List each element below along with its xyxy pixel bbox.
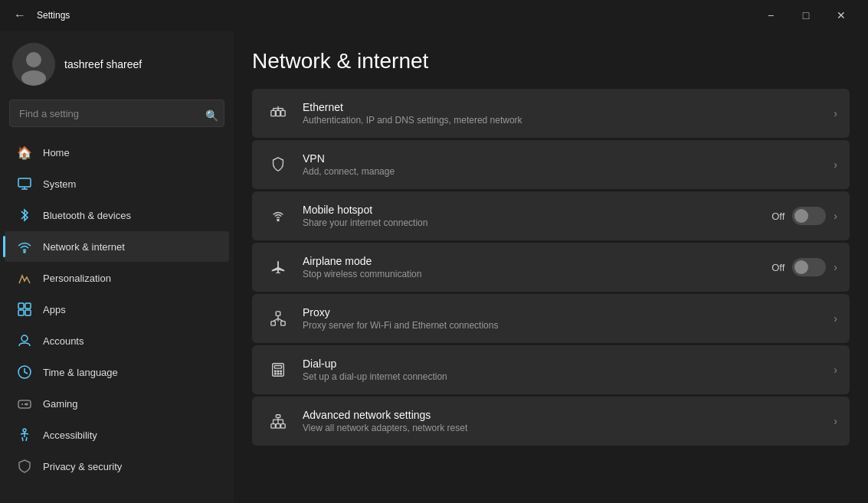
setting-ethernet[interactable]: Ethernet Authentication, IP and DNS sett…	[252, 89, 850, 138]
svg-point-16	[26, 403, 28, 405]
svg-rect-45	[281, 424, 286, 429]
vpn-name: VPN	[303, 152, 821, 165]
svg-rect-3	[18, 178, 31, 187]
svg-rect-43	[271, 424, 276, 429]
content-area: Network & internet	[234, 31, 868, 503]
search-icon: 🔍	[205, 109, 218, 122]
search-input[interactable]	[9, 100, 224, 127]
sidebar-item-system[interactable]: System	[5, 168, 229, 199]
vpn-text: VPN Add, connect, manage	[303, 152, 821, 177]
setting-dialup[interactable]: Dial-up Set up a dial-up internet connec…	[252, 345, 850, 394]
svg-point-6	[24, 251, 25, 253]
svg-rect-10	[25, 310, 31, 315]
ethernet-desc: Authentication, IP and DNS settings, met…	[303, 115, 821, 126]
advanced-text: Advanced network settings View all netwo…	[303, 409, 821, 433]
svg-rect-31	[276, 312, 280, 316]
advanced-desc: View all network adapters, network reset	[303, 423, 821, 433]
ethernet-icon	[264, 100, 292, 127]
advanced-icon	[264, 407, 292, 435]
airplane-right: Off ›	[771, 258, 837, 276]
setting-hotspot[interactable]: Mobile hotspot Share your internet conne…	[252, 191, 850, 240]
sidebar-item-privacy[interactable]: Privacy & security	[5, 451, 229, 482]
chevron-icon: ›	[834, 364, 837, 376]
proxy-text: Proxy Proxy server for Wi-Fi and Etherne…	[303, 306, 821, 331]
svg-rect-36	[274, 366, 281, 369]
dialup-icon	[264, 356, 292, 384]
page-title: Network & internet	[252, 49, 850, 73]
airplane-toggle-label: Off	[771, 262, 784, 273]
setting-vpn[interactable]: VPN Add, connect, manage ›	[252, 140, 850, 189]
close-button[interactable]: ✕	[824, 3, 859, 28]
airplane-desc: Stop wireless communication	[303, 269, 759, 279]
vpn-icon	[264, 151, 292, 178]
sidebar: tashreef shareef 🔍 🏠 Home S	[0, 31, 234, 503]
svg-rect-7	[18, 303, 24, 309]
svg-line-33	[274, 318, 278, 322]
chevron-icon: ›	[834, 261, 837, 273]
chevron-icon: ›	[834, 210, 837, 222]
sidebar-item-accessibility[interactable]: Accessibility	[5, 420, 229, 450]
sidebar-item-apps[interactable]: Apps	[5, 294, 229, 325]
settings-list: Ethernet Authentication, IP and DNS sett…	[252, 89, 850, 446]
minimize-button[interactable]: −	[753, 3, 788, 28]
airplane-name: Airplane mode	[303, 255, 759, 267]
proxy-desc: Proxy server for Wi-Fi and Ethernet conn…	[303, 320, 821, 331]
privacy-icon	[17, 459, 32, 474]
chevron-icon: ›	[834, 415, 837, 427]
time-icon	[17, 364, 32, 380]
sidebar-item-label: Personalization	[43, 273, 111, 284]
proxy-icon	[264, 305, 292, 332]
sidebar-item-home[interactable]: 🏠 Home	[5, 137, 229, 168]
vpn-desc: Add, connect, manage	[303, 166, 821, 177]
sidebar-item-time[interactable]: Time & language	[5, 357, 229, 387]
svg-point-18	[23, 429, 26, 432]
sidebar-item-network[interactable]: Network & internet	[5, 231, 229, 262]
sidebar-item-label: System	[43, 178, 76, 190]
sidebar-item-gaming[interactable]: Gaming	[5, 388, 229, 419]
svg-point-39	[280, 371, 282, 372]
dialup-text: Dial-up Set up a dial-up internet connec…	[303, 358, 821, 382]
ethernet-name: Ethernet	[303, 101, 821, 113]
hotspot-icon	[264, 202, 292, 230]
svg-rect-51	[276, 415, 280, 418]
setting-proxy[interactable]: Proxy Proxy server for Wi-Fi and Etherne…	[252, 294, 850, 343]
app-container: tashreef shareef 🔍 🏠 Home S	[0, 31, 868, 503]
setting-airplane[interactable]: Airplane mode Stop wireless communicatio…	[252, 243, 850, 292]
svg-point-28	[277, 219, 279, 220]
user-profile[interactable]: tashreef shareef	[0, 31, 234, 95]
avatar	[12, 43, 55, 86]
svg-point-40	[274, 373, 276, 374]
sidebar-item-label: Network & internet	[43, 241, 125, 253]
dialup-name: Dial-up	[303, 358, 821, 370]
sidebar-item-bluetooth[interactable]: Bluetooth & devices	[5, 200, 229, 230]
svg-rect-9	[18, 310, 24, 315]
setting-advanced[interactable]: Advanced network settings View all netwo…	[252, 397, 850, 446]
svg-point-41	[277, 373, 279, 374]
apps-icon	[17, 302, 32, 317]
titlebar-left: ← Settings	[9, 5, 70, 26]
proxy-name: Proxy	[303, 306, 821, 318]
sidebar-item-personalization[interactable]: Personalization	[5, 263, 229, 293]
airplane-icon	[264, 253, 292, 281]
nav-list: 🏠 Home System	[0, 136, 234, 482]
gaming-icon	[17, 396, 32, 411]
svg-rect-21	[276, 110, 280, 116]
dialup-desc: Set up a dial-up internet connection	[303, 371, 821, 382]
svg-point-17	[25, 404, 26, 405]
back-button[interactable]: ←	[9, 5, 31, 26]
svg-rect-44	[276, 424, 280, 429]
svg-rect-8	[25, 303, 31, 309]
svg-point-38	[277, 371, 279, 372]
search-container: 🔍	[0, 95, 234, 136]
airplane-text: Airplane mode Stop wireless communicatio…	[303, 255, 759, 279]
maximize-button[interactable]: □	[788, 3, 824, 28]
svg-point-42	[280, 373, 282, 374]
svg-rect-20	[271, 110, 276, 116]
svg-rect-29	[271, 322, 276, 326]
chevron-icon: ›	[834, 158, 837, 171]
svg-point-11	[21, 335, 28, 341]
svg-point-37	[274, 371, 276, 372]
sidebar-item-accounts[interactable]: Accounts	[5, 325, 229, 356]
airplane-toggle[interactable]	[792, 258, 826, 276]
hotspot-toggle[interactable]	[792, 207, 826, 225]
